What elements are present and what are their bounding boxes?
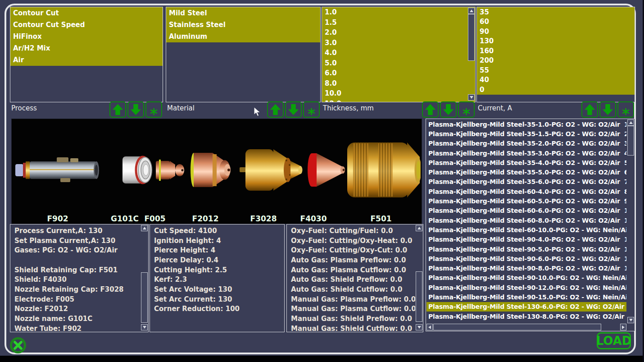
- material-selector-column: Mild SteelStainless SteelAluminumMateria…: [166, 7, 320, 120]
- record-row[interactable]: Plasma-Kjellberg-Mild Steel-35-1.0-PG: O…: [426, 119, 626, 129]
- torch-part-f501: [347, 142, 421, 197]
- list-option[interactable]: 6.0: [322, 68, 475, 78]
- material-down-button[interactable]: [285, 101, 302, 118]
- list-option[interactable]: 35: [477, 7, 635, 17]
- panel-line: Auto Gas: Shield Preflow: 0.0: [287, 275, 415, 284]
- material-all-button[interactable]: *: [303, 101, 320, 118]
- records-hscroll-right-button[interactable]: [620, 324, 626, 330]
- panel-line: Oxy-Fuel: Cutting/Oxy-Cut: 0.0: [287, 245, 415, 255]
- list-option[interactable]: 40: [477, 75, 635, 85]
- thickness-mm-scrollbar[interactable]: [468, 8, 475, 101]
- thickness-mm-up-button[interactable]: [422, 101, 439, 118]
- list-option[interactable]: 1.0: [322, 7, 475, 18]
- records-vscrollbar-up-button[interactable]: [627, 119, 634, 126]
- thickness-mm-scrollbar-up-button[interactable]: [468, 8, 475, 14]
- panel-line: Manual Gas: Plasma Preflow: 0.0: [287, 294, 415, 304]
- record-row-selected[interactable]: Plasma-Kjellberg-Mild Steel-130-6.0-PG: …: [426, 302, 626, 312]
- process-listbox[interactable]: Contour CutContour Cut SpeedHiFinoxAr/H2…: [10, 7, 163, 102]
- current-a-footer: Current, A*: [476, 101, 634, 119]
- thickness-mm-scrollbar-thumb[interactable]: [468, 14, 475, 61]
- record-row[interactable]: Plasma-Kjellberg-Mild Steel-60-8.0-PG: O…: [426, 215, 626, 225]
- list-option[interactable]: Contour Cut Speed: [10, 19, 163, 31]
- current-a-up-button[interactable]: [581, 101, 598, 118]
- close-button[interactable]: [10, 337, 26, 353]
- list-option[interactable]: 160: [477, 46, 635, 56]
- gas-parameters-scrollbar-up-button[interactable]: [416, 225, 422, 231]
- record-row[interactable]: Plasma-Kjellberg-Mild Steel-90-6.0-PG: O…: [426, 254, 626, 263]
- gas-parameters-scrollbar-down-button[interactable]: [416, 324, 422, 330]
- panel-line: Pierce Delay: 0.4: [150, 255, 284, 265]
- record-row[interactable]: Plasma-Kjellberg-Mild Steel-60-10.0-PG: …: [426, 225, 626, 234]
- list-option[interactable]: 90: [477, 27, 635, 37]
- list-option[interactable]: 5.0: [322, 58, 475, 69]
- list-option[interactable]: 1.5: [322, 18, 475, 28]
- record-row[interactable]: Plasma-Kjellberg-Mild Steel-35-1.5-PG: O…: [426, 129, 626, 138]
- current-a-listbox[interactable]: 35609013016020055400: [476, 7, 635, 102]
- consumables-scrollbar-thumb[interactable]: [141, 272, 148, 323]
- records-vscrollbar-down-button[interactable]: [627, 317, 634, 323]
- thickness-mm-listbox[interactable]: 1.01.52.03.04.05.06.08.010.012.0: [322, 7, 476, 102]
- current-a-label: Current, A: [476, 101, 512, 119]
- list-option[interactable]: 3.0: [322, 38, 475, 48]
- process-options: Contour CutContour Cut SpeedHiFinoxAr/H2…: [10, 7, 163, 66]
- record-row[interactable]: Plasma-Kjellberg-Mild Steel-90-10.0-PG: …: [426, 273, 626, 283]
- record-row[interactable]: Plasma-Kjellberg-Mild Steel-35-5.0-PG: O…: [426, 167, 626, 177]
- consumables-scrollbar-up-button[interactable]: [141, 225, 148, 231]
- process-up-button[interactable]: [109, 101, 126, 118]
- record-row[interactable]: Plasma-Kjellberg-Mild Steel-35-2.0-PG: O…: [426, 139, 626, 148]
- thickness-mm-down-button[interactable]: [440, 101, 457, 118]
- record-row[interactable]: Plasma-Kjellberg-Mild Steel-90-5.0-PG: O…: [426, 244, 626, 254]
- records-hscroll-thumb[interactable]: [433, 324, 601, 330]
- part-label-g101c: G101C: [111, 214, 139, 223]
- records-vscrollbar-thumb[interactable]: [627, 126, 634, 156]
- record-row[interactable]: Plasma-Kjellberg-Mild Steel-130-10.0-PG:…: [426, 321, 626, 323]
- records-hscrollbar[interactable]: [426, 324, 626, 330]
- current-a-all-button[interactable]: *: [617, 101, 634, 118]
- current-a-down-button[interactable]: [599, 101, 616, 118]
- list-option[interactable]: 4.0: [322, 48, 475, 58]
- thickness-mm-scrollbar-down-button[interactable]: [468, 94, 475, 101]
- list-option[interactable]: HiFinox: [10, 31, 163, 42]
- material-up-button[interactable]: [267, 101, 284, 118]
- record-row[interactable]: Plasma-Kjellberg-Mild Steel-35-3.0-PG: O…: [426, 148, 626, 158]
- records-listbox[interactable]: Plasma-Kjellberg-Mild Steel-35-1.0-PG: O…: [426, 119, 635, 331]
- process-all-button[interactable]: *: [145, 101, 162, 118]
- list-option[interactable]: Aluminum: [166, 31, 320, 42]
- record-row[interactable]: Plasma-Kjellberg-Mild Steel-35-6.0-PG: O…: [426, 177, 626, 187]
- panel-line: Set Plasma Current,A: 130: [11, 236, 141, 246]
- list-option[interactable]: Air: [10, 54, 163, 66]
- list-option[interactable]: Mild Steel: [166, 7, 320, 19]
- record-row[interactable]: Plasma-Kjellberg-Mild Steel-35-4.0-PG: O…: [426, 158, 626, 167]
- list-option[interactable]: 2.0: [322, 27, 475, 38]
- record-row[interactable]: Plasma-Kjellberg-Mild Steel-90-15.0-PG: …: [426, 292, 626, 302]
- load-button[interactable]: LOAD: [597, 332, 631, 349]
- list-option[interactable]: Contour Cut: [10, 7, 163, 19]
- panel-line: Electrode: F005: [11, 294, 141, 304]
- record-row[interactable]: Plasma-Kjellberg-Mild Steel-90-12.0-PG: …: [426, 283, 626, 292]
- list-option[interactable]: 10.0: [322, 88, 475, 99]
- record-row[interactable]: Plasma-Kjellberg-Mild Steel-90-4.0-PG: O…: [426, 235, 626, 244]
- record-row[interactable]: Plasma-Kjellberg-Mild Steel-60-4.0-PG: O…: [426, 187, 626, 196]
- material-listbox[interactable]: Mild SteelStainless SteelAluminum: [166, 7, 321, 102]
- record-row[interactable]: Plasma-Kjellberg-Mild Steel-90-8.0-PG: O…: [426, 263, 626, 273]
- record-row[interactable]: Plasma-Kjellberg-Mild Steel-60-6.0-PG: O…: [426, 206, 626, 215]
- record-row[interactable]: Plasma-Kjellberg-Mild Steel-60-5.0-PG: O…: [426, 196, 626, 206]
- list-option[interactable]: 8.0: [322, 78, 475, 89]
- list-option[interactable]: Ar/H2 Mix: [10, 42, 163, 54]
- thickness-mm-all-button[interactable]: *: [458, 101, 475, 118]
- record-row[interactable]: Plasma-Kjellberg-Mild Steel-130-8.0-PG: …: [426, 312, 626, 321]
- list-option[interactable]: 0: [477, 85, 635, 95]
- list-option[interactable]: 200: [477, 56, 635, 66]
- consumables-scrollbar[interactable]: [141, 225, 148, 330]
- list-option[interactable]: 55: [477, 65, 635, 75]
- records-hscroll-left-button[interactable]: [426, 324, 433, 330]
- part-label-f902: F902: [47, 214, 68, 223]
- list-option[interactable]: 130: [477, 37, 635, 46]
- process-down-button[interactable]: [127, 101, 144, 118]
- records-vscrollbar[interactable]: [627, 119, 634, 323]
- list-option[interactable]: 60: [477, 17, 635, 27]
- gas-parameters-scrollbar[interactable]: [416, 225, 422, 330]
- consumables-scrollbar-down-button[interactable]: [141, 324, 148, 330]
- list-option[interactable]: Stainless Steel: [166, 19, 320, 31]
- gas-parameters-scrollbar-thumb[interactable]: [416, 271, 422, 322]
